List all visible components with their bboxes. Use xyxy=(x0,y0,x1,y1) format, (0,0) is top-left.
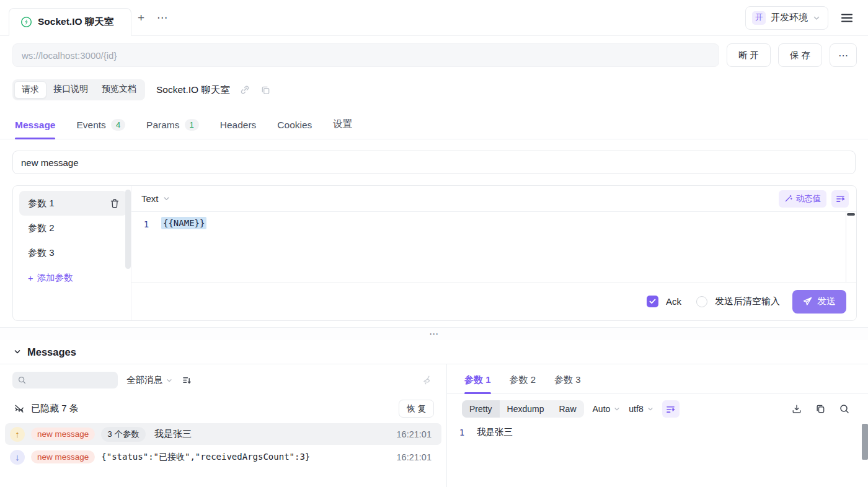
download-icon[interactable] xyxy=(790,403,803,415)
send-label: 发送 xyxy=(817,296,836,307)
scrollbar[interactable] xyxy=(125,190,131,269)
inspector-tab-param1[interactable]: 参数 1 xyxy=(464,372,491,393)
scrollbar[interactable] xyxy=(862,424,868,460)
inspector-tab-param2[interactable]: 参数 2 xyxy=(510,372,536,393)
inspector-actions xyxy=(790,403,854,415)
decode-select[interactable]: Auto xyxy=(593,404,621,414)
message-filter-select[interactable]: 全部消息 xyxy=(126,374,172,386)
view-mode-hexdump[interactable]: Hexdump xyxy=(500,400,552,418)
clear-after-send-label[interactable]: 发送后清空输入 xyxy=(715,296,780,307)
tab-settings[interactable]: 设置 xyxy=(333,113,352,139)
format-icon[interactable] xyxy=(662,400,680,418)
param-item-2[interactable]: 参数 2 xyxy=(19,216,127,240)
messages-section-header[interactable]: Messages xyxy=(0,340,868,364)
chevron-down-icon xyxy=(614,406,620,412)
doc-tab-preview[interactable]: 预览文档 xyxy=(95,81,143,99)
body-type-select[interactable]: Text xyxy=(141,193,170,204)
format-icon[interactable] xyxy=(831,190,849,208)
inspector-tab-param3[interactable]: 参数 3 xyxy=(554,372,581,393)
tab-message[interactable]: Message xyxy=(15,115,55,139)
tab-cookies[interactable]: Cookies xyxy=(277,115,312,139)
arrow-up-icon: ↑ xyxy=(10,427,25,442)
tab-events-label: Events xyxy=(76,120,105,131)
chevron-down-icon xyxy=(813,14,820,22)
dynamic-value-label: 动态值 xyxy=(796,193,822,204)
inspector-content[interactable]: 1 我是张三 xyxy=(447,421,868,438)
messages-title: Messages xyxy=(27,346,76,358)
tab-message-label: Message xyxy=(15,120,55,131)
hamburger-icon xyxy=(841,13,853,23)
message-time: 16:21:01 xyxy=(397,429,436,439)
message-list-toolbar: 全部消息 xyxy=(0,364,446,392)
menu-button[interactable] xyxy=(837,9,857,27)
sort-icon[interactable] xyxy=(181,375,193,385)
inspector-tabs: 参数 1 参数 2 参数 3 xyxy=(447,364,868,394)
add-param-button[interactable]: + 添加参数 xyxy=(19,265,127,284)
message-list-panel: 全部消息 已隐藏 7 条 恢 复 xyxy=(0,364,447,487)
chevron-down-icon xyxy=(166,377,172,384)
view-mode-pretty[interactable]: Pretty xyxy=(462,400,500,418)
save-button[interactable]: 保 存 xyxy=(778,43,822,67)
tab-headers[interactable]: Headers xyxy=(220,115,257,139)
template-variable[interactable]: {{NAME}} xyxy=(161,217,206,229)
param-item-1[interactable]: 参数 1 xyxy=(19,191,127,216)
search-input[interactable] xyxy=(30,375,104,385)
environment-selector[interactable]: 开 开发环境 xyxy=(745,6,828,30)
message-row-received[interactable]: ↓ new message {"status":"已接收","receivedA… xyxy=(5,446,441,468)
tab-events[interactable]: Events4 xyxy=(76,114,125,139)
chevron-down-icon xyxy=(14,348,21,356)
chevron-down-icon xyxy=(163,195,170,202)
param-list: 参数 1 参数 2 参数 3 + 添加参数 xyxy=(13,186,131,320)
search-icon xyxy=(18,376,26,384)
view-mode-switch: Pretty Hexdump Raw xyxy=(462,400,584,418)
scrollbar[interactable] xyxy=(847,213,855,216)
charset-label: utf8 xyxy=(629,404,643,414)
window-tab-bar: Socket.IO 聊天室 + ⋯ 开 开发环境 xyxy=(0,0,868,36)
param-item-3[interactable]: 参数 3 xyxy=(19,240,127,265)
param-item-label: 参数 3 xyxy=(28,247,55,259)
dynamic-value-button[interactable]: 动态值 xyxy=(779,190,827,208)
add-param-label: 添加参数 xyxy=(37,272,73,284)
eye-off-icon xyxy=(14,403,25,415)
message-filter-label: 全部消息 xyxy=(126,374,162,386)
message-time: 16:21:01 xyxy=(397,452,436,462)
send-footer: Ack 发送后清空输入 发送 xyxy=(131,282,856,320)
view-mode-raw[interactable]: Raw xyxy=(552,400,584,418)
line-number: 1 xyxy=(131,218,161,282)
restore-button[interactable]: 恢 复 xyxy=(399,400,434,418)
message-inspector-panel: 参数 1 参数 2 参数 3 Pretty Hexdump Raw Auto u xyxy=(447,364,868,487)
send-button[interactable]: 发送 xyxy=(792,290,846,314)
tab-params[interactable]: Params1 xyxy=(146,114,199,139)
param-item-label: 参数 1 xyxy=(28,198,55,209)
clear-messages-icon[interactable] xyxy=(421,374,434,387)
doc-tab-description[interactable]: 接口说明 xyxy=(46,81,95,99)
socketio-icon xyxy=(20,16,32,28)
more-actions-button[interactable]: ⋯ xyxy=(830,43,857,67)
request-tab[interactable]: Socket.IO 聊天室 xyxy=(9,8,131,36)
send-icon xyxy=(803,297,812,306)
arrow-down-icon: ↓ xyxy=(10,450,25,465)
url-input[interactable] xyxy=(12,43,719,67)
clear-after-send-checkbox[interactable] xyxy=(696,296,707,307)
ack-checkbox[interactable] xyxy=(647,296,658,307)
inspector-toolbar: Pretty Hexdump Raw Auto utf8 xyxy=(447,394,868,421)
tab-more-button[interactable]: ⋯ xyxy=(151,9,174,27)
copy-icon[interactable] xyxy=(815,403,826,415)
search-icon[interactable] xyxy=(838,403,851,415)
panel-resize-handle[interactable]: ⋯ xyxy=(0,327,868,340)
copy-icon[interactable] xyxy=(260,84,272,96)
doc-tab-request[interactable]: 请求 xyxy=(14,81,46,99)
ack-label[interactable]: Ack xyxy=(666,296,681,307)
tab-cookies-label: Cookies xyxy=(277,120,312,131)
message-row-sent[interactable]: ↑ new message 3 个参数 我是张三 16:21:01 xyxy=(5,423,441,445)
code-editor[interactable]: 1 {{NAME}} xyxy=(131,212,856,282)
disconnect-button[interactable]: 断 开 xyxy=(727,43,771,67)
message-search[interactable] xyxy=(12,372,118,388)
charset-select[interactable]: utf8 xyxy=(629,404,653,414)
link-icon[interactable] xyxy=(239,84,251,96)
new-tab-button[interactable]: + xyxy=(131,8,151,27)
event-name-input[interactable] xyxy=(12,151,856,174)
message-composer: 参数 1 参数 2 参数 3 + 添加参数 Text xyxy=(12,185,857,321)
app-window: Socket.IO 聊天室 + ⋯ 开 开发环境 断 开 保 存 ⋯ 请求 接口… xyxy=(0,0,868,487)
trash-icon[interactable] xyxy=(108,197,121,210)
